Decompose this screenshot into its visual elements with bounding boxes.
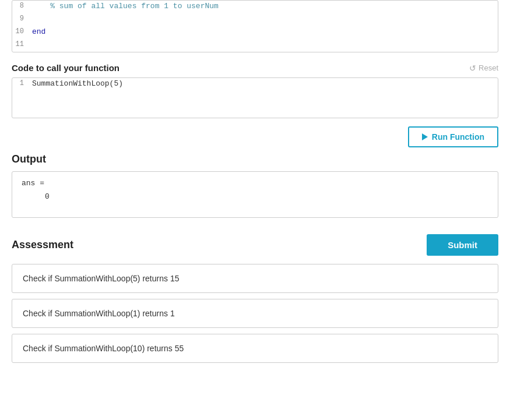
top-code-editor: 8 % sum of all values from 1 to userNum … (12, 0, 498, 52)
call-code-text: SummationWithLoop(5) (30, 78, 498, 89)
code-line-11: 11 (12, 39, 498, 52)
call-line-number: 1 (12, 78, 30, 87)
line-num-10: 10 (12, 26, 30, 36)
reset-button[interactable]: ↺ Reset (469, 63, 498, 73)
output-line-1: ans = (22, 179, 488, 188)
reset-icon: ↺ (469, 63, 476, 73)
run-button-row: Run Function (12, 126, 498, 147)
test-case-2-label: Check if SummationWithLoop(1) returns 1 (23, 309, 175, 318)
code-line-8: 8 % sum of all values from 1 to userNum (12, 1, 498, 13)
output-line-2: 0 (22, 192, 488, 201)
run-function-label: Run Function (432, 132, 484, 142)
code-text-9 (30, 13, 498, 16)
reset-label: Reset (479, 63, 498, 72)
line-num-11: 11 (12, 39, 30, 48)
test-case-2: Check if SummationWithLoop(1) returns 1 (12, 299, 498, 328)
code-line-10: 10 end (12, 26, 498, 39)
submit-button[interactable]: Submit (427, 234, 498, 256)
code-text-8: % sum of all values from 1 to userNum (30, 1, 498, 12)
test-case-3-label: Check if SummationWithLoop(10) returns 5… (23, 344, 184, 353)
test-case-1: Check if SummationWithLoop(5) returns 15 (12, 264, 498, 293)
assessment-title: Assessment (12, 239, 73, 251)
call-section-title: Code to call your function (12, 63, 119, 73)
run-function-button[interactable]: Run Function (408, 126, 498, 147)
run-arrow-icon (422, 133, 428, 140)
test-case-1-label: Check if SummationWithLoop(5) returns 15 (23, 274, 179, 283)
test-case-3: Check if SummationWithLoop(10) returns 5… (12, 334, 498, 363)
code-text-10: end (30, 26, 498, 37)
assessment-section: Assessment Submit Check if SummationWith… (12, 234, 498, 363)
output-title: Output (12, 153, 498, 165)
call-section-header: Code to call your function ↺ Reset (12, 63, 498, 73)
code-text-11 (30, 39, 498, 41)
line-num-8: 8 (12, 1, 30, 10)
output-section: Output ans = 0 (12, 153, 498, 218)
assessment-header: Assessment Submit (12, 234, 498, 256)
call-code-editor[interactable]: 1 SummationWithLoop(5) (12, 77, 498, 118)
call-code-line: 1 SummationWithLoop(5) (12, 78, 498, 91)
line-num-9: 9 (12, 13, 30, 23)
code-line-9: 9 (12, 13, 498, 26)
output-box: ans = 0 (12, 171, 498, 218)
